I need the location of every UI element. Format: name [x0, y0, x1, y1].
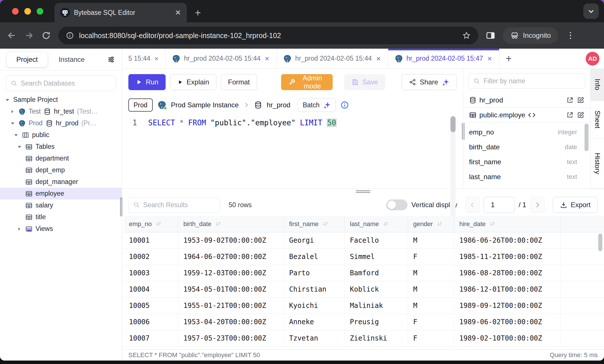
cell[interactable]: 10003	[124, 265, 178, 281]
cell[interactable]: 10007	[124, 330, 178, 347]
cell[interactable]: 1964-06-02T00:00:00Z	[178, 249, 284, 265]
filter-settings-icon[interactable]	[107, 55, 115, 64]
sort-icon[interactable]	[383, 221, 389, 228]
sort-icon[interactable]	[322, 221, 329, 228]
cell[interactable]: Zielinski	[345, 330, 408, 347]
cell[interactable]: Georgi	[284, 232, 345, 249]
caret-down-icon[interactable]	[17, 144, 22, 150]
batch-button[interactable]: Batch	[298, 98, 336, 112]
column-row[interactable]: birth_date date	[469, 140, 585, 155]
cell[interactable]: Preusig	[345, 314, 408, 330]
column-list-scrollbar[interactable]	[585, 124, 589, 151]
cell[interactable]: 1985-11-21T00:00:00Z	[454, 249, 560, 265]
column-header-emp-no[interactable]: emp_no	[124, 216, 178, 232]
close-tab-icon[interactable]	[154, 56, 159, 62]
caret-down-icon[interactable]	[5, 97, 10, 103]
browser-menu-icon[interactable]	[566, 31, 575, 40]
prev-page-button[interactable]	[465, 197, 480, 213]
database-search-input[interactable]	[21, 80, 111, 87]
tree-item-hr-test[interactable]: Test hr_test (Test…	[0, 106, 122, 117]
results-splitter[interactable]	[122, 189, 604, 194]
explain-button[interactable]: Explain	[170, 74, 216, 90]
address-bar[interactable]: localhost:8080/sql-editor/prod-sample-in…	[58, 27, 478, 44]
cell[interactable]: 10001	[124, 232, 178, 249]
results-search[interactable]	[128, 197, 220, 213]
results-scrollbar[interactable]	[598, 234, 602, 251]
editor-tab-2[interactable]: hr_prod 2024-02-05 15:44	[166, 49, 277, 68]
column-row[interactable]: last_name text	[469, 169, 585, 184]
cell[interactable]: Chirstian	[284, 281, 345, 298]
cell[interactable]: Tzvetan	[284, 330, 345, 347]
sort-icon[interactable]	[436, 221, 443, 228]
url-text[interactable]: localhost:8080/sql-editor/prod-sample-in…	[79, 31, 457, 40]
tab-search-button[interactable]	[583, 3, 599, 19]
tree-item-views-group[interactable]: Views	[0, 223, 122, 235]
tab-history[interactable]: History	[591, 139, 604, 189]
tree-item-table-salary[interactable]: salary	[0, 199, 122, 211]
column-header-birth-date[interactable]: birth_date	[178, 216, 284, 232]
ai-sparkles-icon[interactable]	[442, 78, 450, 86]
tree-item-schema-public[interactable]: public	[0, 129, 122, 141]
cell[interactable]: 1989-09-12T00:00:00Z	[454, 298, 560, 314]
editor-tab-1[interactable]: 5 15:44	[122, 49, 166, 68]
cell[interactable]: 1953-09-02T00:00:00Z	[178, 232, 284, 249]
sql-line-1[interactable]: 1 SELECT * FROM "public"."employee" LIMI…	[122, 114, 463, 127]
macos-traffic-lights[interactable]	[12, 8, 43, 15]
results-search-input[interactable]	[143, 201, 215, 209]
caret-down-icon[interactable]	[13, 132, 19, 138]
environment-chip[interactable]: Prod	[128, 98, 153, 112]
editor-scrollbar[interactable]	[450, 116, 456, 228]
tree-item-project[interactable]: Sample Project	[0, 94, 122, 106]
tab-sheet[interactable]: Sheet	[591, 101, 604, 139]
close-tab-icon[interactable]	[264, 56, 270, 62]
cell[interactable]: 10005	[124, 298, 178, 314]
cell[interactable]: M	[408, 265, 454, 281]
minimize-window-button[interactable]	[24, 8, 31, 15]
back-icon[interactable]	[7, 31, 17, 40]
cell[interactable]: 1986-06-26T00:00:00Z	[454, 232, 560, 249]
export-button[interactable]: Export	[553, 197, 598, 213]
cell[interactable]: F	[408, 314, 454, 330]
new-tab-button[interactable]: +	[195, 7, 201, 19]
close-window-button[interactable]	[12, 8, 19, 15]
tab-project[interactable]: Project	[6, 52, 48, 67]
cell[interactable]: 1953-04-20T00:00:00Z	[178, 314, 284, 330]
cell[interactable]: 10002	[124, 249, 178, 265]
instance-name[interactable]: Prod Sample Instance	[171, 101, 239, 109]
close-tab-icon[interactable]: ✕	[175, 9, 181, 16]
cell[interactable]: M	[408, 232, 454, 249]
column-row[interactable]: first_name text	[469, 155, 585, 169]
cell[interactable]: 1957-05-23T00:00:00Z	[178, 330, 284, 347]
cell[interactable]: Bezalel	[284, 249, 345, 265]
page-number-input[interactable]	[484, 197, 515, 213]
tab-info[interactable]: Info	[591, 69, 604, 101]
column-header-last-name[interactable]: last_name	[345, 216, 408, 232]
cell[interactable]: M	[408, 298, 454, 314]
cell[interactable]: 1986-12-01T00:00:00Z	[454, 281, 560, 298]
database-name[interactable]: hr_prod	[267, 101, 291, 109]
cell[interactable]: Anneke	[284, 314, 345, 330]
format-button[interactable]: Format	[221, 74, 257, 90]
tree-item-table-title[interactable]: title	[0, 211, 122, 223]
info-icon[interactable]	[340, 101, 349, 109]
close-tab-icon[interactable]	[375, 56, 382, 62]
schema-filter[interactable]	[468, 73, 585, 89]
cell[interactable]: M	[408, 281, 454, 298]
cell[interactable]: 1986-08-28T00:00:00Z	[454, 265, 560, 281]
caret-right-icon[interactable]	[10, 109, 15, 114]
sort-icon[interactable]	[215, 221, 222, 228]
cell[interactable]: Koblick	[345, 281, 408, 298]
save-button[interactable]: Save	[344, 74, 385, 90]
sort-icon[interactable]	[489, 221, 496, 228]
tree-item-hr-prod[interactable]: Prod hr_prod (Pr…	[0, 117, 122, 129]
side-panel-icon[interactable]	[486, 31, 495, 40]
caret-down-icon[interactable]	[10, 120, 15, 126]
cell[interactable]: Maliniak	[345, 298, 408, 314]
bookmark-star-icon[interactable]	[462, 31, 471, 40]
external-link-icon[interactable]	[566, 96, 574, 104]
tree-item-table-dept-emp[interactable]: dept_emp	[0, 164, 122, 176]
column-header-gender[interactable]: gender	[408, 216, 454, 232]
cell[interactable]: Facello	[345, 232, 408, 249]
external-link-icon[interactable]	[566, 111, 574, 119]
edit-icon[interactable]	[577, 111, 585, 119]
